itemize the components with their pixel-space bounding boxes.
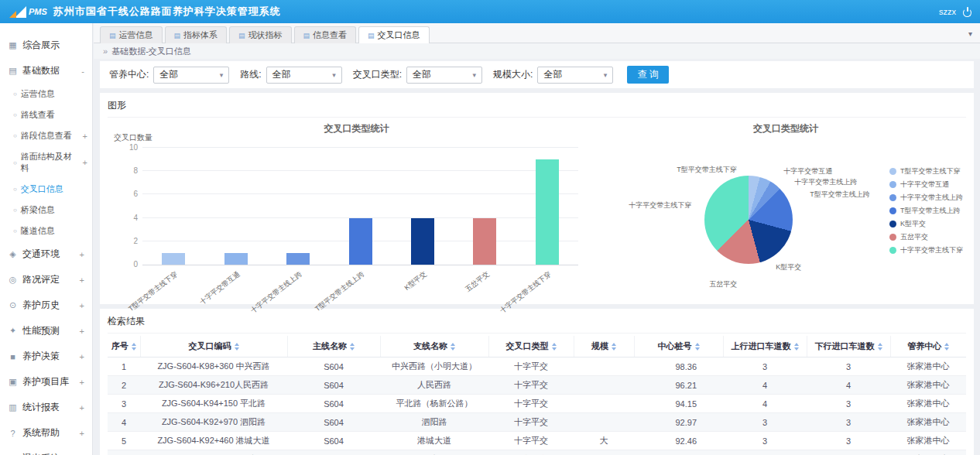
logo-sail-icon (8, 5, 26, 19)
sidebar-item-7[interactable]: ■养护决策+ (0, 344, 92, 369)
table-cell: 1 (108, 358, 140, 376)
bullet-icon: ○ (13, 186, 17, 193)
tab-3[interactable]: ▤现状指标 (229, 26, 292, 43)
sidebar-subitem-2[interactable]: ○路线查看 (0, 104, 92, 125)
sidebar-item-6[interactable]: ✦性能预测+ (0, 318, 92, 344)
sort-icon[interactable] (794, 343, 799, 351)
table-cell: ZJG-S604-K94+150 平北路 (140, 395, 287, 413)
column-header-4[interactable]: 支线名称 (380, 336, 488, 358)
sidebar-subitem-1[interactable]: ○运营信息 (0, 84, 92, 104)
table-row-1[interactable]: 1ZJG-S604-K98+360 中兴西路S604中兴西路（小明大道）十字平交… (108, 358, 966, 376)
legend-item[interactable]: T型平交带主线上跨 (889, 206, 963, 216)
expand-icon: + (80, 403, 84, 412)
table-head: 序号交叉口编码主线名称支线名称交叉口类型规模中心桩号上行进口车道数下行进口车道数… (108, 336, 966, 358)
table-cell (574, 376, 634, 395)
sort-up-icon (451, 343, 455, 346)
x-axis-category: K型平交 (392, 267, 454, 303)
sort-icon[interactable] (451, 343, 455, 351)
sort-down-icon (695, 347, 700, 351)
legend-item[interactable]: K型平交 (889, 219, 963, 229)
table-row-4[interactable]: 4ZJG-S604-K92+970 泗阳路S604泗阳路十字平交92.9733张… (108, 413, 966, 432)
sidebar-subitem-7[interactable]: ○隧道信息 (0, 221, 92, 241)
search-button[interactable]: 查 询 (627, 66, 668, 84)
table-row-2[interactable]: 2ZJG-S604-K96+210人民西路S604人民西路十字平交96.2144… (108, 376, 966, 395)
sort-icon[interactable] (235, 343, 239, 351)
legend-item[interactable]: 十字平交带互通 (889, 180, 963, 190)
sidebar-subitem-5[interactable]: ○交叉口信息 (0, 179, 92, 200)
tab-5[interactable]: ▤交叉口信息 (358, 26, 430, 43)
table-cell: 十字平交 (488, 432, 574, 450)
column-header-3[interactable]: 主线名称 (287, 336, 380, 358)
legend-item[interactable]: T型平交带主线下穿 (889, 166, 963, 176)
filter-select-route[interactable]: 全部▾ (266, 67, 342, 84)
table-cell: 十字平交 (488, 376, 574, 395)
legend-dot (889, 207, 896, 214)
y-tick-label: 10 (119, 143, 138, 152)
tab-2[interactable]: ▤指标体系 (165, 26, 228, 43)
column-header-2[interactable]: 交叉口编码 (140, 336, 287, 358)
document-icon: ▤ (238, 32, 245, 39)
sort-icon[interactable] (612, 343, 616, 351)
filter-label-type: 交叉口类型: (353, 68, 402, 81)
sort-icon[interactable] (132, 343, 136, 351)
sidebar-subitem-6[interactable]: ○桥梁信息 (0, 200, 92, 221)
table-row-6[interactable]: 6ZJG-S604-K91+330 南光路S604南光路十字平交91.3344张… (108, 450, 966, 455)
legend-item[interactable]: 五岔平交 (889, 232, 963, 242)
sidebar-item-9[interactable]: ▥统计报表+ (0, 395, 92, 420)
table-row-5[interactable]: 5ZJG-S604-K92+460 港城大道S604港城大道十字平交大92.46… (108, 432, 966, 450)
sort-down-icon (552, 347, 557, 351)
app-title: 苏州市国省干线公路路面养护科学决策管理系统 (53, 5, 281, 19)
sort-icon[interactable] (350, 343, 355, 351)
sidebar-item-4[interactable]: ◎路况评定+ (0, 267, 92, 292)
sidebar-item-5[interactable]: ⊙养护历史+ (0, 292, 92, 318)
column-header-5[interactable]: 交叉口类型 (488, 336, 574, 358)
table-cell: 4 (807, 450, 890, 455)
sidebar-item-1[interactable]: ▦综合展示 (0, 32, 92, 58)
sidebar-subitem-4[interactable]: ○路面结构及材料+ (0, 146, 92, 179)
sidebar-subitem-3[interactable]: ○路段信息查看+ (0, 125, 92, 146)
column-header-7[interactable]: 中心桩号 (634, 336, 723, 358)
table-row-3[interactable]: 3ZJG-S604-K94+150 平北路S604平北路（杨新公路）十字平交94… (108, 395, 966, 413)
sidebar-item-2[interactable]: ▤基础数据- (0, 58, 92, 84)
sort-icon[interactable] (878, 343, 882, 351)
app-header: PMS 苏州市国省干线公路路面养护科学决策管理系统 szzx (0, 0, 980, 23)
filter-select-size[interactable]: 全部▾ (537, 67, 613, 84)
column-header-8[interactable]: 上行进口车道数 (723, 336, 807, 358)
column-header-1[interactable]: 序号 (108, 336, 140, 358)
bar-column (204, 148, 266, 265)
tab-1[interactable]: ▤运营信息 (100, 26, 163, 43)
sort-up-icon (612, 343, 616, 346)
chevron-down-icon[interactable]: ▾ (968, 29, 972, 38)
legend-item[interactable]: 十字平交带主线下穿 (889, 245, 963, 255)
column-header-10[interactable]: 管养中心 (890, 336, 966, 358)
document-icon: ▤ (368, 32, 375, 39)
expand-icon: + (80, 352, 84, 361)
document-icon: ▤ (109, 32, 116, 39)
tab-4[interactable]: ▤信息查看 (294, 26, 357, 43)
chevron-down-icon: ▾ (332, 71, 336, 79)
sort-down-icon (794, 347, 799, 351)
traffic-icon: ◈ (8, 249, 18, 259)
table-cell: 十字平交 (488, 395, 574, 413)
sort-icon[interactable] (695, 343, 700, 351)
filter-select-center[interactable]: 全部▾ (153, 67, 229, 84)
y-tick-label: 8 (119, 166, 138, 175)
filter-select-type[interactable]: 全部▾ (406, 67, 482, 84)
sort-icon[interactable] (552, 343, 557, 351)
legend-item[interactable]: 十字平交带主线上跨 (889, 193, 963, 203)
logout-icon[interactable] (962, 7, 972, 17)
filter-label-center: 管养中心: (109, 68, 149, 81)
sidebar-menu: ▦综合展示▤基础数据-○运营信息○路线查看○路段信息查看+○路面结构及材料+○交… (0, 32, 92, 455)
expand-icon: + (80, 250, 84, 259)
header-right: szzx (939, 7, 972, 17)
sidebar-item-10[interactable]: ?系统帮助+ (0, 420, 92, 446)
column-header-6[interactable]: 规模 (574, 336, 634, 358)
table-cell: S604 (287, 376, 380, 395)
pie-slice-label: 十字平交带互通 (783, 166, 832, 176)
sidebar-item-8[interactable]: ▣养护项目库+ (0, 369, 92, 395)
sidebar-item-3[interactable]: ◈交通环境+ (0, 241, 92, 267)
column-header-9[interactable]: 下行进口车道数 (807, 336, 890, 358)
table-cell: 94.15 (634, 395, 723, 413)
sort-icon[interactable] (944, 343, 949, 351)
sidebar-item-11[interactable]: ⊗退出系统 (0, 446, 92, 455)
